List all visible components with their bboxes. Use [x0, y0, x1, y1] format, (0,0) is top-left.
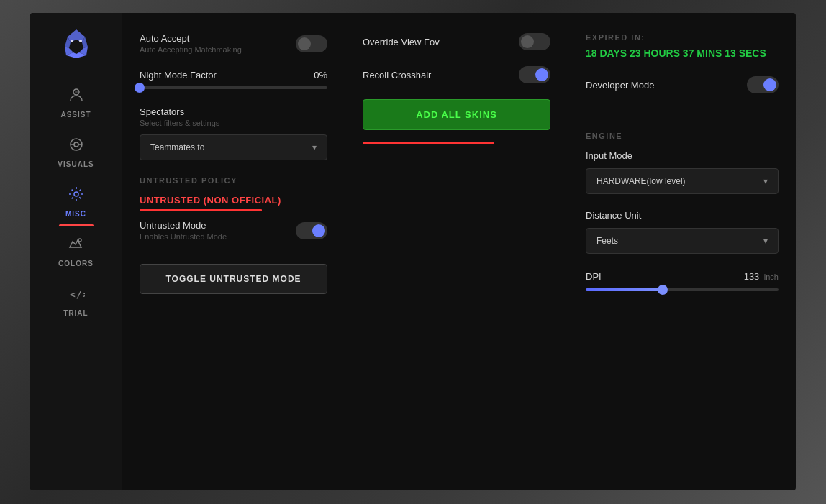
dpi-container: DPI 133 inch — [586, 270, 779, 291]
sidebar-label-colors: COLORS — [58, 260, 94, 267]
sidebar-label-visuals: VISUALS — [58, 160, 94, 168]
night-mode-label: Night Mode Factor — [140, 70, 217, 81]
dpi-fill — [586, 288, 663, 291]
recoil-crosshair-toggle[interactable] — [519, 66, 550, 83]
spectators-dropdown[interactable]: Teammates to ▾ — [140, 134, 327, 160]
input-mode-value: HARDWARE(low level) — [596, 176, 686, 186]
untrusted-section-header: UNTRUSTED POLICY — [140, 176, 327, 185]
night-mode-track[interactable] — [140, 86, 327, 89]
untrusted-mode-section: Untrusted Mode Enables Untrusted Mode TO… — [140, 220, 327, 294]
panel-left: Auto Accept Auto Accepting Matchmaking N… — [122, 13, 345, 490]
distance-unit-label: Distance Unit — [586, 210, 779, 221]
night-mode-knob[interactable] — [135, 83, 145, 93]
sidebar-label-misc: MISC — [65, 210, 86, 218]
assist-icon — [68, 86, 85, 108]
distance-unit-value: Feets — [596, 236, 618, 246]
sidebar-item-assist[interactable]: ASSIST — [30, 78, 122, 127]
app-window: ASSIST VISUALS MISC — [30, 13, 796, 490]
developer-mode-toggle[interactable] — [747, 76, 779, 93]
red-underline — [363, 142, 494, 144]
sidebar-label-trial: TRIAL — [63, 309, 88, 317]
panel-right: EXPIRED IN: 18 DAYS 23 HOURS 37 MINS 13 … — [568, 13, 796, 490]
red-strike-annotation — [363, 137, 550, 147]
svg-point-9 — [75, 91, 78, 93]
night-mode-container: Night Mode Factor 0% — [140, 70, 327, 89]
toggle-untrusted-button[interactable]: TOGGLE UNTRUSTED MODE — [140, 264, 327, 294]
sidebar: ASSIST VISUALS MISC — [30, 13, 122, 490]
colors-icon — [68, 235, 85, 257]
dpi-label: DPI — [586, 271, 602, 282]
svg-point-6 — [71, 40, 73, 42]
input-mode-container: Input Mode HARDWARE(low level) ▾ — [586, 150, 779, 194]
spectators-dropdown-arrow: ▾ — [312, 142, 317, 152]
untrusted-mode-row: Untrusted Mode Enables Untrusted Mode — [140, 220, 327, 241]
sidebar-item-colors[interactable]: COLORS — [30, 226, 122, 276]
input-mode-label: Input Mode — [586, 150, 779, 161]
auto-accept-toggle[interactable] — [296, 35, 327, 52]
svg-text:</>: </> — [70, 289, 85, 300]
dpi-value: 133 — [744, 271, 760, 282]
override-fov-row: Override View Fov — [363, 33, 550, 50]
svg-marker-0 — [68, 29, 85, 42]
engine-section: ENGINE Input Mode HARDWARE(low level) ▾ … — [586, 132, 779, 291]
auto-accept-sublabel: Auto Accepting Matchmaking — [140, 45, 242, 54]
sidebar-label-assist: ASSIST — [60, 111, 91, 119]
developer-mode-label: Developer Mode — [586, 80, 654, 91]
override-fov-label: Override View Fov — [363, 37, 440, 47]
sidebar-item-misc[interactable]: MISC — [30, 177, 122, 226]
override-fov-toggle[interactable] — [519, 33, 550, 50]
spectators-dropdown-value: Teammates to — [150, 142, 204, 152]
engine-label: ENGINE — [586, 132, 779, 140]
untrusted-mode-sublabel: Enables Untrusted Mode — [140, 232, 227, 241]
spectators-label: Spectators — [140, 106, 327, 117]
sidebar-item-trial[interactable]: </> TRIAL — [30, 276, 122, 326]
override-fov-knob — [521, 35, 534, 48]
auto-accept-knob — [298, 37, 311, 50]
input-mode-arrow: ▾ — [763, 176, 768, 186]
untrusted-mode-knob — [312, 224, 325, 237]
dpi-value-row: 133 inch — [744, 270, 779, 283]
auto-accept-label: Auto Accept — [140, 33, 242, 44]
untrusted-mode-label: Untrusted Mode — [140, 220, 227, 231]
app-logo — [57, 24, 96, 63]
distance-unit-container: Distance Unit Feets ▾ — [586, 210, 779, 254]
night-mode-row: Night Mode Factor 0% — [140, 70, 327, 81]
svg-point-14 — [74, 192, 78, 196]
auto-accept-info: Auto Accept Auto Accepting Matchmaking — [140, 33, 242, 54]
sidebar-item-visuals[interactable]: VISUALS — [30, 127, 122, 177]
recoil-crosshair-label: Recoil Crosshair — [363, 70, 431, 81]
main-content: Auto Accept Auto Accepting Matchmaking N… — [122, 13, 796, 490]
misc-icon — [68, 185, 85, 207]
dpi-header-row: DPI 133 inch — [586, 270, 779, 283]
untrusted-badge: UNTRUSTED (NON OFFICIAL) — [140, 195, 327, 206]
svg-point-15 — [78, 239, 81, 242]
expiry-timer: 18 DAYS 23 HOURS 37 MINS 13 SECS — [586, 47, 779, 59]
svg-point-7 — [79, 40, 82, 42]
untrusted-mode-toggle[interactable] — [296, 222, 327, 239]
visuals-icon — [68, 136, 85, 157]
auto-accept-row: Auto Accept Auto Accepting Matchmaking — [140, 33, 327, 54]
dpi-track[interactable] — [586, 288, 779, 291]
dpi-unit: inch — [764, 272, 779, 281]
developer-mode-knob — [763, 78, 776, 91]
svg-point-11 — [74, 142, 78, 147]
distance-unit-dropdown[interactable]: Feets ▾ — [586, 228, 779, 254]
panel-middle: Override View Fov Recoil Crosshair ADD A… — [345, 13, 568, 490]
night-mode-value: 0% — [314, 70, 327, 81]
recoil-crosshair-row: Recoil Crosshair — [363, 66, 550, 83]
input-mode-dropdown[interactable]: HARDWARE(low level) ▾ — [586, 168, 779, 194]
spectators-section: Spectators Select filters & settings Tea… — [140, 106, 327, 160]
dpi-knob[interactable] — [658, 285, 668, 295]
recoil-crosshair-knob — [535, 68, 548, 81]
distance-unit-arrow: ▾ — [763, 236, 768, 246]
expiry-label: EXPIRED IN: — [586, 33, 779, 42]
add-all-skins-button[interactable]: ADD ALL SKINS — [363, 99, 550, 130]
developer-mode-row: Developer Mode — [586, 76, 779, 111]
trial-icon: </> — [68, 285, 85, 306]
untrusted-mode-info: Untrusted Mode Enables Untrusted Mode — [140, 220, 227, 241]
spectators-sublabel: Select filters & settings — [140, 119, 327, 127]
